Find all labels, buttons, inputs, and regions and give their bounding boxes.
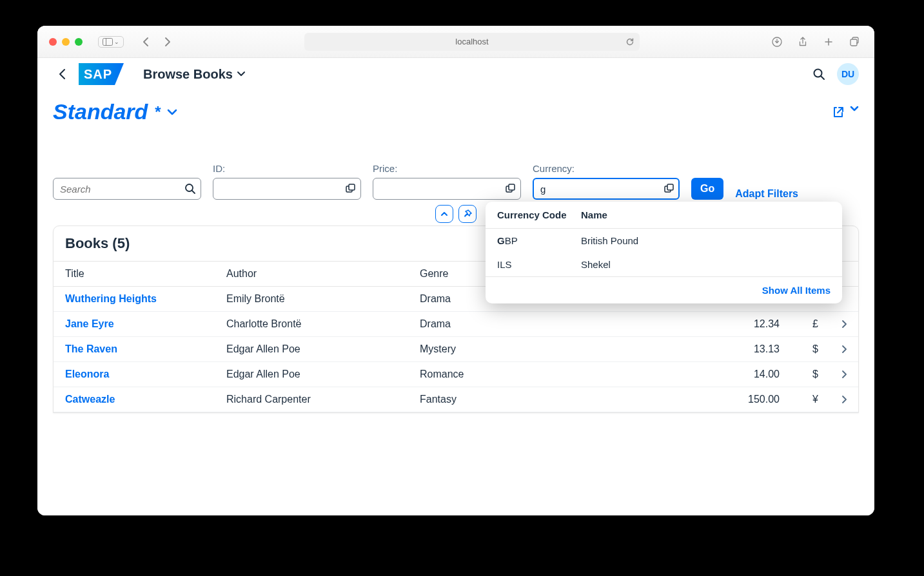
variant-actions [832, 106, 859, 119]
cell-price: 14.00 [701, 362, 791, 387]
price-label: Price: [373, 163, 521, 174]
download-icon [772, 37, 782, 47]
cell-author: Charlotte Brontë [215, 312, 408, 337]
shell-search-button[interactable] [812, 68, 825, 81]
filter-id-group: ID: [213, 163, 361, 200]
user-avatar[interactable]: DU [837, 63, 859, 85]
cell-genre: Fantasy [408, 387, 701, 412]
suggestion-code-rest: ILS [497, 259, 512, 270]
book-title-link[interactable]: The Raven [65, 343, 117, 354]
svg-rect-3 [850, 39, 857, 46]
row-nav[interactable] [830, 337, 858, 362]
price-input[interactable] [373, 178, 521, 200]
shell-title-text: Browse Books [143, 67, 233, 82]
chevron-up-icon [440, 211, 448, 216]
sidebar-icon [103, 38, 113, 46]
browser-back-button[interactable] [138, 35, 155, 49]
window-minimize-button[interactable] [62, 38, 70, 46]
chevron-right-icon [841, 370, 847, 378]
filter-currency-group: Currency: Currency Code Name GBP Brit [533, 163, 680, 200]
variant-dropdown-button[interactable] [850, 106, 859, 119]
app-back-button[interactable] [53, 68, 72, 80]
suggestion-row[interactable]: GBP British Pound [486, 229, 842, 253]
value-help-icon[interactable] [346, 184, 356, 194]
row-nav[interactable] [830, 312, 858, 337]
reload-icon[interactable] [625, 37, 634, 46]
chevron-down-icon [167, 108, 177, 116]
book-title-link[interactable]: Catweazle [65, 394, 115, 405]
col-title[interactable]: Title [54, 262, 215, 287]
sap-logo: SAP [79, 63, 124, 85]
pin-header-button[interactable] [458, 205, 477, 223]
row-nav[interactable] [830, 387, 858, 412]
chevron-right-icon [841, 345, 847, 353]
adapt-filters-link[interactable]: Adapt Filters [735, 188, 798, 200]
cell-genre: Mystery [408, 337, 701, 362]
book-title-link[interactable]: Eleonora [65, 369, 109, 379]
chevron-right-icon [841, 320, 847, 328]
svg-rect-0 [103, 38, 113, 45]
pin-icon [463, 209, 472, 218]
id-input[interactable] [213, 178, 361, 200]
table-row[interactable]: The RavenEdgar Allen PoeMystery13.13$ [54, 337, 858, 362]
id-label: ID: [213, 163, 361, 174]
cell-author: Edgar Allen Poe [215, 337, 408, 362]
plus-icon [824, 37, 833, 46]
cell-price: 12.34 [701, 312, 791, 337]
collapse-header-button[interactable] [435, 205, 453, 223]
cell-currency: £ [791, 312, 830, 337]
downloads-button[interactable] [769, 35, 785, 49]
search-input[interactable] [53, 178, 201, 200]
svg-rect-11 [667, 184, 673, 190]
share-icon [798, 37, 807, 47]
chevron-left-icon [59, 68, 66, 80]
suggestion-code-bold: G [497, 235, 505, 246]
go-button[interactable]: Go [691, 178, 723, 200]
share-button[interactable] [794, 35, 811, 49]
col-author[interactable]: Author [215, 262, 408, 287]
table-row[interactable]: EleonoraEdgar Allen PoeRomance14.00$ [54, 362, 858, 387]
window-zoom-button[interactable] [75, 38, 83, 46]
table-row[interactable]: CatweazleRichard CarpenterFantasy150.00¥ [54, 387, 858, 412]
suggestion-code-rest: BP [505, 235, 518, 246]
cell-genre: Romance [408, 362, 701, 387]
tabs-button[interactable] [846, 35, 863, 49]
show-all-items-link[interactable]: Show All Items [762, 285, 831, 296]
currency-input[interactable] [533, 178, 680, 200]
cell-author: Emily Brontë [215, 287, 408, 312]
share-variant-button[interactable] [832, 106, 845, 119]
currency-label: Currency: [533, 163, 680, 174]
variant-selector[interactable]: Standard* [53, 99, 177, 124]
address-text: localhost [455, 37, 488, 46]
svg-rect-9 [509, 184, 515, 190]
chevron-right-icon [841, 396, 847, 403]
sidebar-toggle-button[interactable]: ⌄ [98, 36, 124, 48]
filter-bar: ID: Price: Currency: [37, 158, 874, 210]
shell-title-dropdown[interactable]: Browse Books [143, 67, 246, 82]
search-icon[interactable] [184, 183, 196, 195]
filter-search-group [53, 178, 201, 200]
book-title-link[interactable]: Jane Eyre [65, 318, 114, 329]
value-help-icon[interactable] [664, 184, 674, 194]
search-icon [812, 68, 825, 81]
shell-right: DU [812, 63, 859, 85]
chevron-right-icon [163, 37, 171, 47]
cell-currency: ¥ [791, 387, 830, 412]
suggestion-name: British Pound [581, 235, 638, 246]
suggestions-header: Currency Code Name [486, 202, 842, 229]
book-title-link[interactable]: Wuthering Heights [65, 293, 157, 304]
variant-header: Standard* [37, 90, 874, 130]
cell-price: 150.00 [701, 387, 791, 412]
currency-suggestions-popover: Currency Code Name GBP British Pound ILS… [486, 202, 842, 303]
row-nav[interactable] [830, 362, 858, 387]
window-close-button[interactable] [49, 38, 57, 46]
chevron-down-icon [237, 71, 246, 77]
new-tab-button[interactable] [820, 35, 837, 49]
suggestion-row[interactable]: ILS Shekel [486, 253, 842, 276]
table-row[interactable]: Jane EyreCharlotte BrontëDrama12.34£ [54, 312, 858, 337]
address-bar[interactable]: localhost [304, 33, 640, 51]
value-help-icon[interactable] [506, 184, 516, 194]
browser-forward-button[interactable] [159, 35, 175, 49]
variant-name: Standard [53, 99, 148, 124]
browser-window: ⌄ localhost [37, 26, 874, 515]
